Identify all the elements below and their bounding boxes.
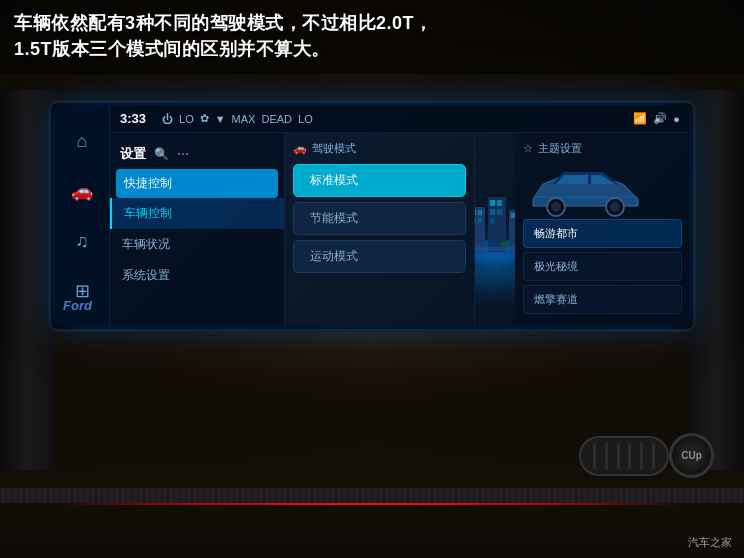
svg-rect-10: [478, 218, 482, 223]
ford-logo: Ford: [63, 298, 92, 313]
city-visual: [475, 133, 515, 325]
climate-icon: ✿: [200, 112, 209, 125]
theme-aurora[interactable]: 极光秘境: [523, 252, 682, 281]
drive-mode-section: 🚗 驾驶模式 标准模式 节能模式 运动模式: [285, 133, 475, 325]
svg-point-27: [475, 242, 515, 258]
vent-slot: [640, 442, 643, 470]
power-icon: ⏻: [162, 113, 173, 125]
svg-rect-15: [497, 209, 502, 215]
volume-icon: 🔊: [653, 112, 667, 125]
svg-rect-16: [490, 218, 495, 224]
top-text-overlay: 车辆依然配有3种不同的驾驶模式，不过相比2.0T， 1.5T版本三个模式间的区别…: [0, 0, 744, 74]
svg-rect-8: [478, 210, 482, 215]
lower-dash: [0, 418, 744, 498]
text-line2: 1.5T版本三个模式间的区别并不算大。: [14, 39, 330, 59]
drive-mode-header: 🚗 驾驶模式: [293, 141, 466, 156]
fan-icon: ▼: [215, 113, 226, 125]
menu-vehicle-control[interactable]: 车辆控制: [110, 198, 284, 229]
lo-label2: LO: [298, 113, 313, 125]
drive-mode-title: 驾驶模式: [312, 141, 356, 156]
menu-system-settings[interactable]: 系统设置: [110, 260, 284, 291]
menu-vehicle-status[interactable]: 车辆状况: [110, 229, 284, 260]
theme-header-title: 主题设置: [538, 141, 582, 156]
time-display: 3:33: [120, 111, 146, 126]
city-platform: [475, 182, 515, 276]
vent-grille: [579, 436, 669, 476]
settings-panel: 设置 🔍 ⋯ 快捷控制 车辆控制 车辆状况 系统设置: [110, 133, 285, 325]
svg-rect-18: [511, 213, 515, 218]
dead-label: DEAD: [261, 113, 292, 125]
svg-rect-7: [475, 210, 476, 215]
vent-slot: [593, 442, 596, 470]
theme-options: 畅游都市 极光秘境 燃擎赛道: [523, 219, 682, 314]
vent-area: [564, 428, 684, 483]
screen-inner: ⌂ 🚗 ♫ ⊞ Ford 3:33 ⏻ LO ✿ ▼ MAX DEAD LO 📶…: [55, 105, 690, 325]
vent-slot: [605, 442, 608, 470]
settings-title: 设置: [120, 145, 146, 163]
lo-label1: LO: [179, 113, 194, 125]
mode-standard[interactable]: 标准模式: [293, 164, 466, 197]
text-line1: 车辆依然配有3种不同的驾驶模式，不过相比2.0T，: [14, 13, 433, 33]
vent-slot: [652, 442, 655, 470]
sidebar-music[interactable]: ♫: [66, 225, 98, 257]
svg-rect-14: [490, 209, 495, 215]
watermark: 汽车之家: [688, 535, 732, 550]
theme-panel: ☆ 主题设置: [515, 133, 690, 325]
signal-icon: 📶: [633, 112, 647, 125]
svg-point-29: [551, 202, 561, 212]
main-content: 设置 🔍 ⋯ 快捷控制 车辆控制 车辆状况 系统设置 🚗 驾驶模式 标准模式 节…: [110, 133, 690, 325]
topbar-icons: ⏻ LO ✿ ▼ MAX DEAD LO: [162, 112, 313, 125]
sidebar: ⌂ 🚗 ♫ ⊞ Ford: [55, 105, 110, 325]
settings-search-icon[interactable]: 🔍: [154, 147, 169, 161]
left-pillar: [0, 90, 55, 470]
sidebar-home[interactable]: ⌂: [66, 125, 98, 157]
screen-topbar: 3:33 ⏻ LO ✿ ▼ MAX DEAD LO 📶 🔊 ●: [110, 105, 690, 133]
vent-slot: [628, 442, 631, 470]
theme-header-icon: ☆: [523, 142, 533, 155]
status-dot: ●: [673, 113, 680, 125]
svg-rect-9: [475, 218, 476, 223]
settings-extra-icon[interactable]: ⋯: [177, 147, 189, 161]
right-pillar: [689, 90, 744, 470]
mode-sport[interactable]: 运动模式: [293, 240, 466, 273]
topbar-right: 📶 🔊 ●: [633, 112, 680, 125]
car-thumbnail: [523, 164, 643, 219]
cup-holder-area: CUp: [669, 433, 714, 478]
overlay-text: 车辆依然配有3种不同的驾驶模式，不过相比2.0T， 1.5T版本三个模式间的区别…: [14, 10, 730, 62]
red-accent-line: [55, 503, 689, 505]
carbon-strip: [0, 488, 744, 503]
vent-slot: [617, 442, 620, 470]
infotainment-screen[interactable]: ⌂ 🚗 ♫ ⊞ Ford 3:33 ⏻ LO ✿ ▼ MAX DEAD LO 📶…: [55, 105, 690, 325]
theme-city[interactable]: 畅游都市: [523, 219, 682, 248]
mode-eco[interactable]: 节能模式: [293, 202, 466, 235]
sidebar-car[interactable]: 🚗: [66, 175, 98, 207]
max-label: MAX: [232, 113, 256, 125]
svg-point-31: [610, 202, 620, 212]
svg-rect-12: [490, 200, 495, 206]
svg-rect-13: [497, 200, 502, 206]
theme-race[interactable]: 燃擎赛道: [523, 285, 682, 314]
theme-header: ☆ 主题设置: [523, 141, 682, 156]
drive-mode-icon: 🚗: [293, 142, 307, 155]
cup-label: CUp: [681, 450, 702, 461]
menu-quick-control[interactable]: 快捷控制: [116, 169, 278, 198]
cup-holder: CUp: [669, 433, 714, 478]
settings-header: 设置 🔍 ⋯: [110, 141, 284, 169]
